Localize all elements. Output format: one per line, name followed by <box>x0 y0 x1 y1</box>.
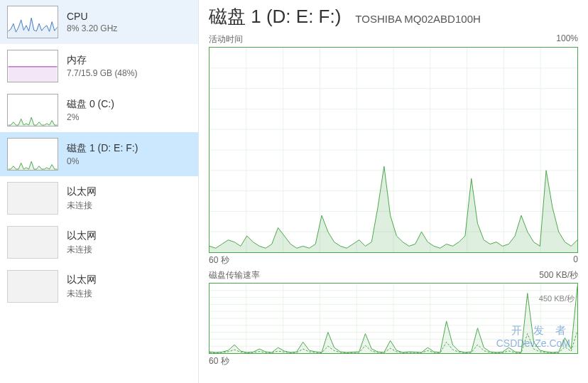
sidebar-item-title: 以太网 <box>67 230 191 242</box>
sidebar-item-sub: 8% 3.20 GHz <box>67 23 191 33</box>
transfer-chart: 450 KB/秒 开 发 者 CSDDevZe.CoM <box>209 283 578 354</box>
activity-chart-block: 活动时间 100% 60 秒 0 <box>209 33 578 266</box>
sidebar-item-3[interactable]: 磁盘 1 (D: E: F:)0% <box>0 132 198 176</box>
sidebar-item-sub: 未连接 <box>67 200 191 212</box>
sidebar-item-4[interactable]: 以太网未连接 <box>0 176 198 220</box>
transfer-xleft: 60 秒 <box>209 355 229 367</box>
sidebar-item-sub: 7.7/15.9 GB (48%) <box>67 68 191 78</box>
sidebar-item-sub: 未连接 <box>67 288 191 300</box>
transfer-label: 磁盘传输速率 <box>209 269 260 281</box>
eth-thumb-icon <box>7 226 58 259</box>
sidebar-item-sub: 2% <box>67 112 191 122</box>
sidebar-item-6[interactable]: 以太网未连接 <box>0 264 198 308</box>
transfer-max: 500 KB/秒 <box>539 269 578 281</box>
sidebar-item-title: 以太网 <box>67 185 191 198</box>
sidebar-item-sub: 0% <box>67 156 191 166</box>
transfer-inner-label: 450 KB/秒 <box>539 293 575 304</box>
mem-thumb-icon <box>7 50 58 82</box>
eth-thumb-icon <box>7 270 58 303</box>
sidebar-item-1[interactable]: 内存7.7/15.9 GB (48%) <box>0 44 198 88</box>
eth-thumb-icon <box>7 182 58 215</box>
disk-thumb-icon <box>7 138 58 171</box>
sidebar-item-title: 磁盘 0 (C:) <box>67 98 191 111</box>
sidebar-item-0[interactable]: CPU8% 3.20 GHz <box>0 0 198 44</box>
activity-label: 活动时间 <box>209 33 243 45</box>
cpu-thumb-icon <box>7 6 58 38</box>
svg-rect-0 <box>9 67 58 82</box>
sidebar-item-title: 以太网 <box>67 274 191 286</box>
sidebar-item-title: 磁盘 1 (D: E: F:) <box>67 142 191 155</box>
sidebar-item-sub: 未连接 <box>67 244 191 256</box>
device-model: TOSHIBA MQ02ABD100H <box>355 13 480 25</box>
sidebar-item-2[interactable]: 磁盘 0 (C:)2% <box>0 88 198 132</box>
activity-max: 100% <box>556 33 578 45</box>
sidebar[interactable]: CPU8% 3.20 GHz内存7.7/15.9 GB (48%)磁盘 0 (C… <box>0 0 199 383</box>
activity-chart <box>209 47 578 253</box>
main-panel: 磁盘 1 (D: E: F:) TOSHIBA MQ02ABD100H 活动时间… <box>199 0 588 383</box>
activity-xright: 0 <box>573 254 578 266</box>
transfer-chart-block: 磁盘传输速率 500 KB/秒 450 KB/秒 开 发 者 CSDDevZe.… <box>209 269 578 367</box>
activity-xleft: 60 秒 <box>209 254 229 266</box>
sidebar-item-5[interactable]: 以太网未连接 <box>0 220 198 264</box>
sidebar-item-title: CPU <box>67 11 191 22</box>
sidebar-item-title: 内存 <box>67 54 191 67</box>
disk-thumb-icon <box>7 94 58 126</box>
page-title: 磁盘 1 (D: E: F:) <box>209 4 341 29</box>
